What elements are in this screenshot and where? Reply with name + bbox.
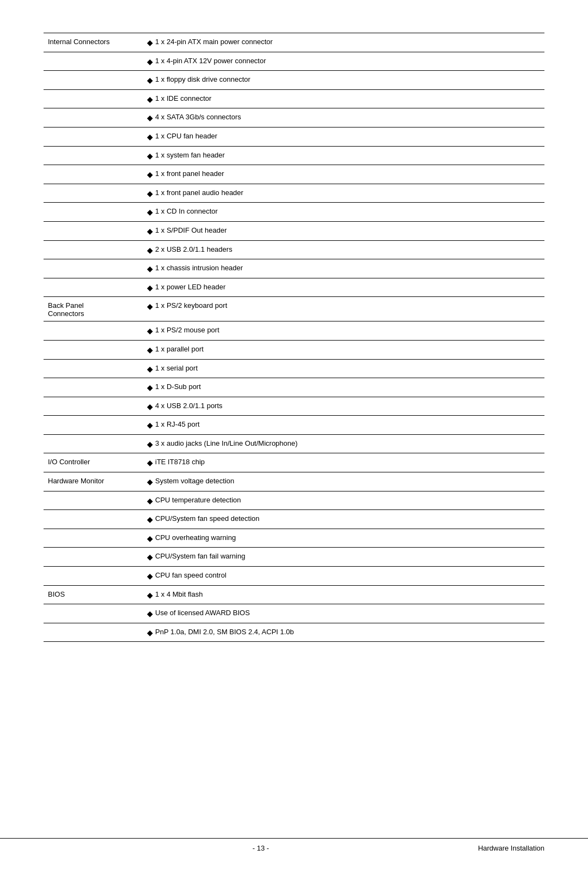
table-row: ◆1 x IDE connector xyxy=(44,89,544,108)
spec-item: 3 x audio jacks (Line In/Line Out/Microp… xyxy=(153,434,544,453)
spec-item: 1 x PS/2 keyboard port xyxy=(153,297,544,321)
bullet-symbol: ◆ xyxy=(142,604,153,623)
section-label-internal-connectors xyxy=(44,221,142,240)
table-row: ◆1 x power LED header xyxy=(44,278,544,297)
table-row: ◆1 x front panel audio header xyxy=(44,184,544,203)
spec-item: 1 x RJ-45 port xyxy=(153,416,544,435)
bullet-symbol: ◆ xyxy=(142,491,153,510)
spec-item: 1 x floppy disk drive connector xyxy=(153,71,544,90)
section-label-internal-connectors xyxy=(44,165,142,184)
bullet-symbol: ◆ xyxy=(142,567,153,586)
bullet-symbol: ◆ xyxy=(142,510,153,529)
page-footer: - 13 - Hardware Installation xyxy=(0,838,588,852)
table-row: ◆PnP 1.0a, DMI 2.0, SM BIOS 2.4, ACPI 1.… xyxy=(44,623,544,642)
section-label-internal-connectors xyxy=(44,127,142,146)
section-label-bios: BIOS xyxy=(44,585,142,604)
spec-item: 1 x PS/2 mouse port xyxy=(153,321,544,341)
table-row: ◆1 x CPU fan header xyxy=(44,127,544,146)
spec-item: CPU temperature detection xyxy=(153,491,544,510)
section-label-hardware-monitor xyxy=(44,529,142,548)
bullet-symbol: ◆ xyxy=(142,52,153,71)
table-row: Back PanelConnectors◆1 x PS/2 keyboard p… xyxy=(44,297,544,321)
bullet-symbol: ◆ xyxy=(142,240,153,259)
table-row: ◆1 x system fan header xyxy=(44,146,544,165)
section-label-internal-connectors xyxy=(44,52,142,71)
bullet-symbol: ◆ xyxy=(142,297,153,321)
bullet-symbol: ◆ xyxy=(142,108,153,128)
section-label-hardware-monitor xyxy=(44,510,142,529)
table-row: ◆Use of licensed AWARD BIOS xyxy=(44,604,544,623)
bullet-symbol: ◆ xyxy=(142,203,153,222)
spec-item: 1 x 4-pin ATX 12V power connector xyxy=(153,52,544,71)
section-label-hardware-monitor xyxy=(44,491,142,510)
section-label-internal-connectors xyxy=(44,89,142,108)
section-label-internal-connectors xyxy=(44,240,142,259)
spec-item: 1 x 4 Mbit flash xyxy=(153,585,544,604)
table-row: ◆3 x audio jacks (Line In/Line Out/Micro… xyxy=(44,434,544,453)
section-label-internal-connectors xyxy=(44,259,142,278)
section-label-back-panel-connectors xyxy=(44,321,142,341)
table-row: ◆1 x CD In connector xyxy=(44,203,544,222)
spec-item: 1 x front panel audio header xyxy=(153,184,544,203)
bullet-symbol: ◆ xyxy=(142,165,153,184)
section-label-bios xyxy=(44,623,142,642)
section-label-internal-connectors xyxy=(44,278,142,297)
table-row: ◆1 x chassis intrusion header xyxy=(44,259,544,278)
spec-item: 1 x IDE connector xyxy=(153,89,544,108)
table-row: ◆CPU temperature detection xyxy=(44,491,544,510)
bullet-symbol: ◆ xyxy=(142,548,153,567)
spec-item: CPU/System fan speed detection xyxy=(153,510,544,529)
table-row: ◆1 x S/PDIF Out header xyxy=(44,221,544,240)
section-label-back-panel-connectors xyxy=(44,434,142,453)
spec-item: CPU fan speed control xyxy=(153,567,544,586)
table-row: ◆CPU overheating warning xyxy=(44,529,544,548)
section-label-io-controller: I/O Controller xyxy=(44,453,142,472)
section-label-internal-connectors xyxy=(44,108,142,128)
spec-item: 1 x 24-pin ATX main power connector xyxy=(153,33,544,52)
spec-item: 1 x CPU fan header xyxy=(153,127,544,146)
section-label-internal-connectors xyxy=(44,203,142,222)
spec-item: 1 x power LED header xyxy=(153,278,544,297)
table-row: ◆4 x SATA 3Gb/s connectors xyxy=(44,108,544,128)
spec-table: Internal Connectors◆1 x 24-pin ATX main … xyxy=(44,33,544,642)
bullet-symbol: ◆ xyxy=(142,127,153,146)
table-row: ◆1 x D-Sub port xyxy=(44,378,544,397)
bullet-symbol: ◆ xyxy=(142,89,153,108)
bullet-symbol: ◆ xyxy=(142,221,153,240)
table-row: I/O Controller◆iTE IT8718 chip xyxy=(44,453,544,472)
table-row: ◆2 x USB 2.0/1.1 headers xyxy=(44,240,544,259)
bullet-symbol: ◆ xyxy=(142,434,153,453)
bullet-symbol: ◆ xyxy=(142,184,153,203)
section-label-back-panel-connectors xyxy=(44,340,142,359)
section-label-back-panel-connectors xyxy=(44,397,142,416)
spec-item: 1 x serial port xyxy=(153,359,544,378)
spec-item: PnP 1.0a, DMI 2.0, SM BIOS 2.4, ACPI 1.0… xyxy=(153,623,544,642)
bullet-symbol: ◆ xyxy=(142,146,153,165)
spec-item: 1 x chassis intrusion header xyxy=(153,259,544,278)
bullet-symbol: ◆ xyxy=(142,278,153,297)
table-row: ◆CPU/System fan speed detection xyxy=(44,510,544,529)
bullet-symbol: ◆ xyxy=(142,453,153,472)
bullet-symbol: ◆ xyxy=(142,623,153,642)
bullet-symbol: ◆ xyxy=(142,397,153,416)
table-row: ◆1 x serial port xyxy=(44,359,544,378)
table-row: ◆1 x RJ-45 port xyxy=(44,416,544,435)
section-label-back-panel-connectors xyxy=(44,416,142,435)
bullet-symbol: ◆ xyxy=(142,321,153,341)
bullet-symbol: ◆ xyxy=(142,33,153,52)
footer-center: - 13 - xyxy=(253,844,269,852)
spec-item: 1 x S/PDIF Out header xyxy=(153,221,544,240)
section-label-hardware-monitor: Hardware Monitor xyxy=(44,472,142,491)
section-label-internal-connectors xyxy=(44,146,142,165)
table-row: Hardware Monitor◆System voltage detectio… xyxy=(44,472,544,491)
table-row: ◆1 x floppy disk drive connector xyxy=(44,71,544,90)
bullet-symbol: ◆ xyxy=(142,359,153,378)
section-label-back-panel-connectors xyxy=(44,359,142,378)
spec-item: 1 x D-Sub port xyxy=(153,378,544,397)
section-label-bios xyxy=(44,604,142,623)
table-row: Internal Connectors◆1 x 24-pin ATX main … xyxy=(44,33,544,52)
bullet-symbol: ◆ xyxy=(142,259,153,278)
page-content: Internal Connectors◆1 x 24-pin ATX main … xyxy=(0,0,588,685)
bullet-symbol: ◆ xyxy=(142,529,153,548)
spec-item: System voltage detection xyxy=(153,472,544,491)
